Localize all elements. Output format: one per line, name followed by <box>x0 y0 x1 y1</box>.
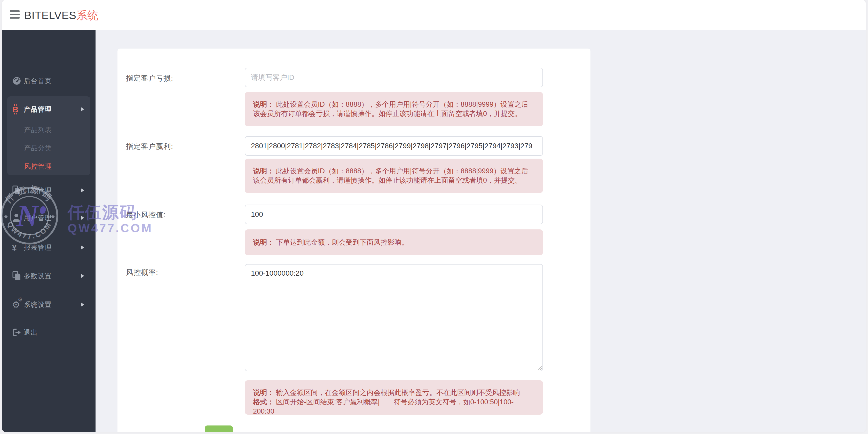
bitcoin-icon: B <box>12 104 22 114</box>
top-header: BITELVES系统 <box>2 0 866 30</box>
chevron-right-icon <box>81 216 84 220</box>
main-content: 指定客户亏损: 说明：此处设置会员ID（如：8888），多个用户用|符号分开（如… <box>95 30 866 432</box>
risk-control-form-card: 指定客户亏损: 说明：此处设置会员ID（如：8888），多个用户用|符号分开（如… <box>118 49 590 432</box>
loss-customer-id-input[interactable] <box>245 68 543 87</box>
files-icon <box>12 185 22 195</box>
menu-toggle-icon[interactable] <box>10 10 20 19</box>
note-line: 格式：区间开始-区间结束:客户赢利概率| 符号必须为英文符号，如0-100:50… <box>253 397 535 416</box>
risk-probability-field-label: 风控概率: <box>126 268 158 278</box>
sidebar-item-product-management[interactable]: B 产品管理 <box>7 96 90 122</box>
app-window: BITELVES系统 后台首页 <box>2 0 866 432</box>
sidebar-subitem-product-list[interactable]: 产品列表 <box>7 123 90 136</box>
sidebar-item-report-management[interactable]: ¥ 报表管理 <box>2 237 95 258</box>
sidebar-subitem-product-category[interactable]: 产品分类 <box>7 142 90 154</box>
chevron-right-icon <box>81 245 84 250</box>
win-field-label: 指定客户赢利: <box>126 142 173 151</box>
chevron-right-icon <box>81 274 84 278</box>
sidebar-subitem-risk-management[interactable]: 风控管理 <box>7 160 90 173</box>
textarea-resize-handle[interactable] <box>537 365 542 370</box>
note-text: 此处设置会员ID（如：8888），多个用户用|符号分开（如：8888|9999）… <box>253 167 528 184</box>
risk-probability-help-note: 说明：输入金额区间，在金额区间之内会根据此概率盈亏。不在此区间则不受风控影响 格… <box>245 380 543 415</box>
note-tag: 说明： <box>253 100 274 108</box>
sidebar-item-label: 产品管理 <box>24 105 52 114</box>
sidebar-item-parameter-settings[interactable]: 参数设置 <box>2 266 95 286</box>
chevron-right-icon <box>81 302 84 307</box>
note-tag: 说明： <box>253 238 274 246</box>
user-icon <box>12 213 22 223</box>
min-risk-field-label: 最小风控值: <box>126 210 166 220</box>
svg-text:B: B <box>12 105 18 114</box>
logo-suffix: 系统 <box>76 9 98 22</box>
sidebar-group-products: B 产品管理 产品列表 产品分类 风控管理 <box>7 96 90 175</box>
note-text: 输入金额区间，在金额区间之内会根据此概率盈亏。不在此区间则不受风控影响 <box>276 389 520 397</box>
logo-text: BITELVES <box>24 9 76 22</box>
app-logo: BITELVES系统 <box>24 8 98 23</box>
min-risk-value-input[interactable] <box>245 205 543 224</box>
note-tag: 说明： <box>253 389 274 397</box>
logout-icon <box>12 327 22 337</box>
loss-field-label: 指定客户亏损: <box>126 74 173 83</box>
note-text: 下单达到此金额，则会受到下面风控影响。 <box>276 238 408 246</box>
sidebar-item-order-management[interactable]: 订单管理 <box>2 180 95 201</box>
format-text: 区间开始-区间结束:客户赢利概率| 符号必须为英文符号，如0-100:50|10… <box>253 398 514 415</box>
sidebar-item-label: 用户管理 <box>24 213 52 223</box>
sidebar-item-system-settings[interactable]: ⚙⚙ 系统设置 <box>2 294 95 315</box>
submit-button[interactable]: 提交 <box>205 426 233 432</box>
chevron-right-icon <box>81 188 84 193</box>
files-icon <box>12 271 22 281</box>
dashboard-icon <box>12 76 22 86</box>
note-text: 此处设置会员ID（如：8888），多个用户用|符号分开（如：8888|9999）… <box>253 100 528 118</box>
sidebar: 后台首页 B 产品管理 产品列表 <box>2 30 95 432</box>
chevron-right-icon <box>81 107 84 111</box>
win-help-note: 说明：此处设置会员ID（如：8888），多个用户用|符号分开（如：8888|99… <box>245 158 543 193</box>
sidebar-subitem-label: 产品分类 <box>24 144 52 153</box>
sidebar-item-label: 系统设置 <box>24 300 52 309</box>
sidebar-item-label: 参数设置 <box>24 271 52 281</box>
format-tag: 格式： <box>253 398 274 406</box>
win-customer-id-input[interactable] <box>245 136 543 156</box>
sidebar-subitem-label: 产品列表 <box>24 125 52 135</box>
min-risk-help-note: 说明：下单达到此金额，则会受到下面风控影响。 <box>245 229 543 255</box>
sidebar-item-label: 订单管理 <box>24 186 52 195</box>
loss-help-note: 说明：此处设置会员ID（如：8888），多个用户用|符号分开（如：8888|99… <box>245 92 543 126</box>
sidebar-subitem-label: 风控管理 <box>24 162 52 171</box>
gears-icon: ⚙⚙ <box>12 299 22 310</box>
sidebar-item-logout[interactable]: 退出 <box>2 322 95 343</box>
sidebar-item-dashboard[interactable]: 后台首页 <box>2 70 95 91</box>
sidebar-item-label: 退出 <box>24 328 38 337</box>
yen-icon: ¥ <box>12 242 22 253</box>
sidebar-item-user-management[interactable]: 用户管理 <box>2 207 95 228</box>
note-tag: 说明： <box>253 167 274 175</box>
note-line: 说明：输入金额区间，在金额区间之内会根据此概率盈亏。不在此区间则不受风控影响 <box>253 388 535 397</box>
sidebar-item-label: 后台首页 <box>24 77 52 86</box>
risk-probability-textarea[interactable] <box>245 264 543 371</box>
sidebar-item-label: 报表管理 <box>24 243 52 252</box>
